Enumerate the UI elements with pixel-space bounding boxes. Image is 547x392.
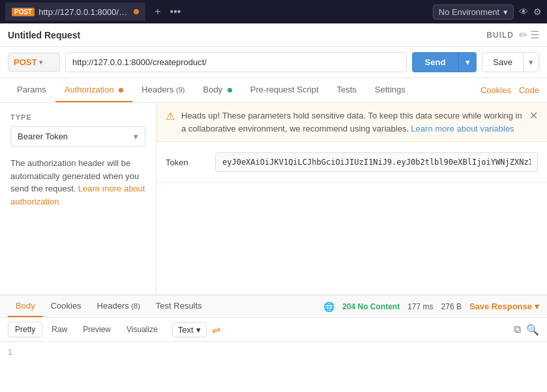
resp-right-actions: ⧉ 🔍 (514, 324, 539, 336)
text-format-chevron-icon: ▾ (196, 325, 201, 335)
build-label: BUILD (486, 31, 514, 40)
status-time: 177 ms (407, 302, 433, 311)
auth-left-panel: TYPE Bearer Token ▾ The authorization he… (0, 103, 156, 294)
more-tabs-button[interactable]: ••• (168, 5, 184, 19)
resp-tab-pretty[interactable]: Pretty (8, 322, 42, 337)
code-link[interactable]: Code (519, 85, 539, 95)
type-chevron-icon: ▾ (134, 132, 138, 141)
auth-right-panel: ⚠ Heads up! These parameters hold sensit… (156, 103, 547, 294)
save-button[interactable]: Save (482, 53, 523, 72)
top-bar: POST http://127.0.0.1:8000/createpr... +… (0, 0, 547, 23)
bottom-tab-headers[interactable]: Headers (8) (89, 296, 148, 317)
tab-body[interactable]: Body (194, 78, 241, 102)
resp-tab-preview[interactable]: Preview (76, 322, 117, 337)
env-label: No Environment (439, 7, 499, 17)
save-response-button[interactable]: Save Response ▾ (469, 301, 539, 311)
tab-authorization[interactable]: Authorization (55, 78, 133, 102)
request-tab[interactable]: POST http://127.0.0.1:8000/createpr... (5, 3, 145, 21)
save-response-label: Save Response (469, 301, 532, 311)
main-content: TYPE Bearer Token ▾ The authorization he… (0, 103, 547, 294)
bottom-tab-cookies[interactable]: Cookies (43, 296, 89, 317)
type-value: Bearer Token (18, 132, 68, 141)
cookies-link[interactable]: Cookies (480, 85, 511, 95)
tab-settings[interactable]: Settings (366, 78, 415, 102)
tab-tests[interactable]: Tests (328, 78, 366, 102)
status-info: 🌐 204 No Content 177 ms 276 B Save Respo… (323, 301, 539, 312)
bottom-tab-test-results[interactable]: Test Results (148, 296, 210, 317)
status-size: 276 B (441, 302, 462, 311)
save-dropdown-button[interactable]: ▾ (523, 53, 539, 72)
text-format-select[interactable]: Text ▾ (172, 322, 207, 337)
alert-icon: ⚠ (166, 110, 175, 122)
globe-icon: 🌐 (323, 301, 334, 312)
auth-description: The authorization header will be automat… (10, 157, 145, 208)
tab-pre-request-script[interactable]: Pre-request Script (241, 78, 328, 102)
url-input[interactable] (65, 52, 407, 72)
env-chevron-icon: ▾ (503, 7, 508, 17)
token-row: Token (156, 142, 547, 183)
send-button[interactable]: Send (412, 52, 459, 72)
add-tab-button[interactable]: + (152, 5, 163, 19)
bottom-section: Body Cookies Headers (8) Test Results 🌐 … (0, 294, 547, 392)
search-response-button[interactable]: 🔍 (526, 324, 539, 336)
type-label: TYPE (10, 113, 145, 121)
status-code: 204 No Content (342, 302, 400, 311)
authorization-dot (119, 88, 123, 92)
tab-params[interactable]: Params (8, 78, 55, 102)
bottom-tabs-row: Body Cookies Headers (8) Test Results 🌐 … (0, 296, 547, 318)
request-title-bar: Untitled Request BUILD ✏ ☰ (0, 23, 547, 47)
alert-learn-more-link[interactable]: Learn more about variables (411, 124, 514, 133)
line-number-1: 1 (8, 347, 12, 357)
save-button-group: Save ▾ (482, 52, 539, 72)
alert-close-button[interactable]: ✕ (529, 109, 538, 122)
token-input[interactable] (215, 152, 538, 172)
edit-button[interactable]: ✏ (519, 29, 527, 41)
bottom-tab-body[interactable]: Body (8, 296, 43, 317)
send-button-group: Send ▾ (412, 52, 477, 72)
alert-text: Heads up! These parameters hold sensitiv… (181, 109, 523, 135)
tab-actions: + ••• (152, 5, 183, 19)
request-title: Untitled Request (8, 30, 481, 40)
copy-response-button[interactable]: ⧉ (514, 324, 521, 336)
method-value: POST (14, 57, 37, 67)
eye-button[interactable]: 👁 (519, 7, 528, 17)
build-actions: ✏ ☰ (519, 29, 539, 41)
tabs-right-links: Cookies Code (480, 85, 539, 95)
doc-button[interactable]: ☰ (530, 29, 539, 41)
resp-tab-visualize[interactable]: Visualize (120, 322, 164, 337)
send-dropdown-button[interactable]: ▾ (458, 52, 477, 72)
save-response-chevron-icon: ▾ (535, 301, 539, 311)
tab-url: http://127.0.0.1:8000/createpr... (38, 7, 130, 17)
request-tabs-row: Params Authorization Headers (9) Body Pr… (0, 78, 547, 103)
text-format-value: Text (178, 325, 194, 335)
environment-selector: No Environment ▾ 👁 ⚙ (433, 5, 542, 20)
settings-button[interactable]: ⚙ (533, 7, 542, 17)
response-toolbar: Pretty Raw Preview Visualize Text ▾ ⇌ ⧉ … (0, 318, 547, 342)
tab-headers[interactable]: Headers (9) (132, 78, 194, 102)
token-label: Token (166, 158, 205, 167)
alert-banner: ⚠ Heads up! These parameters hold sensit… (156, 103, 547, 142)
tab-dot (134, 9, 139, 14)
type-select[interactable]: Bearer Token ▾ (10, 126, 145, 147)
body-dot (228, 88, 232, 92)
resp-tab-raw[interactable]: Raw (45, 322, 74, 337)
wrap-icon[interactable]: ⇌ (212, 324, 220, 336)
env-dropdown[interactable]: No Environment ▾ (433, 5, 514, 20)
method-chevron-icon: ▾ (39, 59, 42, 66)
response-body: 1 (0, 342, 547, 392)
url-bar: POST ▾ Send ▾ Save ▾ (0, 47, 547, 78)
tab-method-badge: POST (12, 8, 35, 16)
method-select[interactable]: POST ▾ (8, 53, 60, 72)
